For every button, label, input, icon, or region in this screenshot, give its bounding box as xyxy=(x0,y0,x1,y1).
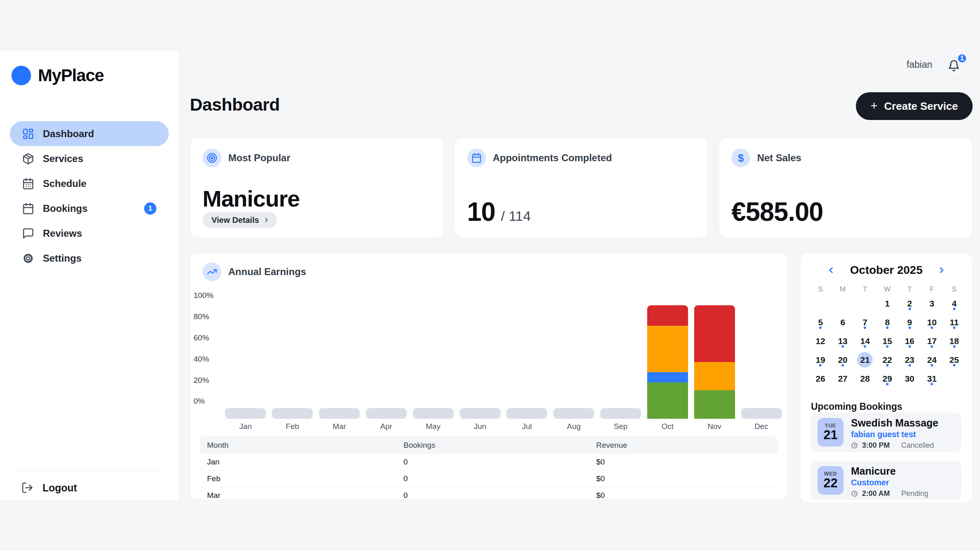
booking-item[interactable]: WED22ManicureCustomer2:00 AMPending xyxy=(811,461,962,500)
booking-dot xyxy=(909,327,911,329)
stacked-bar-nov xyxy=(694,305,735,419)
chart-bar-slot xyxy=(363,305,410,419)
y-axis-tick: 20% xyxy=(194,376,221,385)
calendar-day-10[interactable]: 10 xyxy=(921,314,943,333)
view-details-button[interactable]: View Details › xyxy=(203,212,277,228)
earnings-table-cell: Mar xyxy=(207,491,403,500)
x-axis-label: Mar xyxy=(316,422,363,431)
chevron-right-icon: › xyxy=(265,214,268,225)
create-service-button[interactable]: + Create Service xyxy=(856,92,973,120)
calendar-day-13[interactable]: 13 xyxy=(832,333,854,351)
chevron-right-icon xyxy=(937,266,946,275)
calendar-day-28[interactable]: 28 xyxy=(854,370,876,389)
calendar-day-3[interactable]: 3 xyxy=(921,295,943,314)
sidebar-item-dashboard[interactable]: Dashboard xyxy=(10,121,169,146)
calendar-day-6[interactable]: 6 xyxy=(832,314,854,333)
most-popular-value: Manicure xyxy=(203,185,431,212)
booking-customer-link[interactable]: Customer xyxy=(851,478,928,487)
calendar-day-5[interactable]: 5 xyxy=(809,314,832,333)
calendar-day-27[interactable]: 27 xyxy=(832,370,854,389)
calendar-day-24[interactable]: 24 xyxy=(921,351,943,370)
view-details-label: View Details xyxy=(212,216,259,225)
booking-dot xyxy=(953,364,956,367)
calendar-day-29[interactable]: 29 xyxy=(876,370,899,389)
package-icon xyxy=(22,153,34,165)
chart-bar-slot xyxy=(410,305,457,419)
calendar-day-20[interactable]: 20 xyxy=(832,351,854,370)
calendar-day-1[interactable]: 1 xyxy=(876,295,899,314)
x-axis-label: Feb xyxy=(269,422,316,431)
upcoming-bookings-heading: Upcoming Bookings xyxy=(811,401,902,412)
logout-button[interactable]: Logout xyxy=(21,482,77,494)
calendar-day-31[interactable]: 31 xyxy=(921,370,943,389)
booking-dot xyxy=(931,345,933,348)
x-axis-label: Jul xyxy=(503,422,550,431)
calendar-day-number: 21 xyxy=(860,355,870,364)
booking-dot xyxy=(953,308,956,310)
calendar-weekday-label: S xyxy=(943,285,965,293)
sidebar-item-label: Schedule xyxy=(43,178,87,189)
calendar-day-17[interactable]: 17 xyxy=(921,333,943,351)
calendar-day-9[interactable]: 9 xyxy=(898,314,921,333)
calendar-week-row: 567891011 xyxy=(809,314,965,333)
calendar-day-empty xyxy=(809,295,832,314)
calendar-day-number: 8 xyxy=(885,318,890,327)
most-popular-card: Most Popular Manicure View Details › xyxy=(190,138,444,238)
booking-dot xyxy=(864,327,866,329)
x-axis-label: Dec xyxy=(738,422,785,431)
calendar-day-7[interactable]: 7 xyxy=(854,314,876,333)
appointments-total: / 114 xyxy=(501,208,531,224)
sidebar-nav: DashboardServicesScheduleBookings1Review… xyxy=(10,121,169,271)
calendar-day-19[interactable]: 19 xyxy=(809,351,832,370)
earnings-table: MonthBookingsRevenueJan0$0Feb0$0Mar0$0 xyxy=(200,436,778,500)
notifications-button[interactable]: 1 xyxy=(948,58,962,72)
x-axis-label: Sep xyxy=(597,422,644,431)
calendar-day-15[interactable]: 15 xyxy=(876,333,899,351)
y-axis-tick: 100% xyxy=(194,291,221,300)
target-icon xyxy=(203,149,221,167)
top-bar: fabian 1 xyxy=(178,51,980,79)
plus-icon: + xyxy=(871,100,878,112)
sidebar-item-bookings[interactable]: Bookings1 xyxy=(10,196,169,221)
calendar-day-8[interactable]: 8 xyxy=(876,314,899,333)
calendar-day-18[interactable]: 18 xyxy=(943,333,965,351)
logout-icon xyxy=(21,482,33,494)
calendar-day-22[interactable]: 22 xyxy=(876,351,899,370)
calendar-day-number: 9 xyxy=(907,318,912,327)
calendar-day-25[interactable]: 25 xyxy=(943,351,965,370)
brand-logo-icon xyxy=(11,66,31,85)
calendar-day-30[interactable]: 30 xyxy=(898,370,921,389)
calendar-next-button[interactable] xyxy=(935,263,949,277)
booking-dot xyxy=(909,308,911,310)
empty-month-bar xyxy=(506,408,547,419)
booking-dot xyxy=(886,345,889,348)
booking-customer-link[interactable]: fabian guest test xyxy=(851,430,938,438)
calendar-day-number: 14 xyxy=(860,337,870,345)
sidebar-item-reviews[interactable]: Reviews xyxy=(10,221,169,246)
calendar-day-12[interactable]: 12 xyxy=(809,333,832,351)
booking-service-title: Swedish Massage xyxy=(851,418,938,428)
chart-x-axis: JanFebMarAprMayJunJulAugSepOctNovDec xyxy=(222,422,785,431)
earnings-table-row: Mar0$0 xyxy=(200,487,778,500)
sidebar-item-services[interactable]: Services xyxy=(10,146,169,171)
clock-icon xyxy=(851,442,858,449)
calendar-day-14[interactable]: 14 xyxy=(854,333,876,351)
calendar-day-21[interactable]: 21 xyxy=(854,351,876,370)
calendar-day-23[interactable]: 23 xyxy=(898,351,921,370)
calendar-day-number: 6 xyxy=(840,318,845,327)
booking-item[interactable]: TUE21Swedish Massagefabian guest test3:0… xyxy=(811,413,962,452)
calendar-prev-button[interactable] xyxy=(824,263,838,277)
booking-dot xyxy=(953,327,956,329)
booking-date-badge: TUE21 xyxy=(817,418,844,447)
chart-bar-slot xyxy=(644,305,691,419)
calendar-day-2[interactable]: 2 xyxy=(898,295,921,314)
calendar-day-4[interactable]: 4 xyxy=(943,295,965,314)
sidebar-item-settings[interactable]: Settings xyxy=(10,246,169,271)
calendar-day-26[interactable]: 26 xyxy=(809,370,832,389)
sidebar-item-schedule[interactable]: Schedule xyxy=(10,171,169,196)
booking-meta-row: 3:00 PMCancelled xyxy=(851,441,938,450)
chart-bar-slot xyxy=(222,305,269,419)
calendar-week-row: 262728293031 xyxy=(809,370,965,389)
calendar-day-16[interactable]: 16 xyxy=(898,333,921,351)
calendar-day-11[interactable]: 11 xyxy=(943,314,965,333)
